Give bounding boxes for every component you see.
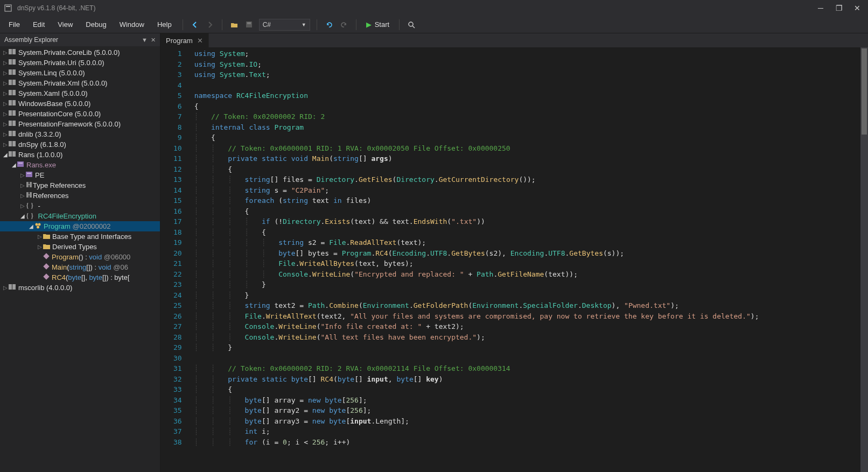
search-button[interactable]: [405, 18, 418, 31]
expand-arrow-icon[interactable]: ▷: [19, 182, 26, 188]
menu-debug[interactable]: Debug: [79, 17, 113, 32]
code-line[interactable]: ┊ internal class Program: [188, 122, 868, 133]
code-line[interactable]: using System.Text;: [188, 69, 868, 80]
code-line[interactable]: using System.IO;: [188, 59, 868, 70]
code-line[interactable]: ┊ ┊ ┊ byte[] array2 = new byte[256];: [188, 405, 868, 416]
tab-program[interactable]: Program ✕: [160, 33, 209, 47]
code-line[interactable]: using System;: [188, 48, 868, 59]
menu-file[interactable]: File: [2, 17, 26, 32]
open-button[interactable]: [228, 18, 241, 31]
code-editor[interactable]: 1234567891011121314151617181920212223242…: [160, 47, 868, 472]
code-line[interactable]: ┊ ┊ ┊ byte[] array = new byte[256];: [188, 395, 868, 406]
code-line[interactable]: ┊ // Token: 0x02000002 RID: 2: [188, 111, 868, 122]
expand-arrow-icon[interactable]: ▷: [2, 50, 9, 55]
expand-arrow-icon[interactable]: ▷: [19, 193, 26, 199]
nav-forward-button[interactable]: [204, 18, 216, 31]
menu-view[interactable]: View: [51, 17, 79, 32]
code-line[interactable]: ┊ ┊ ┊ for (i = 0; i < 256; i++): [188, 437, 868, 448]
code-line[interactable]: ┊ ┊ ┊ ┊ ┊ File.WriteAllBytes(text, bytes…: [188, 258, 868, 269]
code-line[interactable]: ┊ ┊ ┊ }: [188, 290, 868, 301]
tree-row[interactable]: Main(string[]) : void @06: [0, 262, 160, 272]
tree-row[interactable]: ◢{ }RC4FileEncryption: [0, 211, 160, 221]
code-line[interactable]: ┊ ┊ private static void Main(string[] ar…: [188, 153, 868, 164]
code-line[interactable]: ┊ ┊ // Token: 0x06000001 RID: 1 RVA: 0x0…: [188, 143, 868, 154]
expand-arrow-icon[interactable]: ▷: [37, 244, 43, 250]
code-line[interactable]: [188, 353, 868, 364]
code-line[interactable]: ┊ ┊ {: [188, 384, 868, 395]
tree-row[interactable]: ▷PE: [0, 170, 160, 180]
tree-row[interactable]: ▷{ }-: [0, 201, 160, 211]
expand-arrow-icon[interactable]: ▷: [19, 203, 26, 209]
code-line[interactable]: namespace RC4FileEncryption: [188, 90, 868, 101]
scroll-thumb[interactable]: [862, 48, 867, 135]
code-line[interactable]: ┊ ┊ ┊ foreach (string text in files): [188, 195, 868, 206]
menu-help[interactable]: Help: [151, 17, 178, 32]
expand-arrow-icon[interactable]: ◢: [19, 213, 26, 219]
code-line[interactable]: ┊ ┊ ┊ string text2 = Path.Combine(Enviro…: [188, 300, 868, 311]
close-button[interactable]: ✕: [853, 4, 862, 12]
tree-row[interactable]: Program() : void @06000: [0, 252, 160, 262]
vertical-scrollbar[interactable]: [860, 47, 868, 472]
panel-pin-icon[interactable]: ▼: [142, 37, 148, 44]
tree-row[interactable]: ◢Program @02000002: [0, 221, 160, 231]
tree-row[interactable]: ▷PresentationFramework (5.0.0.0): [0, 119, 160, 129]
code-line[interactable]: ┊ ┊ ┊ int i;: [188, 426, 868, 437]
expand-arrow-icon[interactable]: ▷: [2, 111, 9, 117]
tree-row[interactable]: ▷Type References: [0, 180, 160, 191]
code-line[interactable]: ┊ ┊ }: [188, 342, 868, 353]
undo-button[interactable]: [323, 18, 335, 31]
expand-arrow-icon[interactable]: ▷: [19, 172, 26, 178]
expand-arrow-icon[interactable]: ◢: [28, 223, 34, 229]
panel-close-icon[interactable]: ✕: [151, 37, 156, 44]
code-line[interactable]: ┊ ┊ ┊ ┊ ┊ byte[] bytes = Program.RC4(Enc…: [188, 248, 868, 259]
tree-row[interactable]: ▷System.Linq (5.0.0.0): [0, 68, 160, 78]
tree-row[interactable]: ▷System.Xaml (5.0.0.0): [0, 88, 160, 98]
code-line[interactable]: ┊ ┊ {: [188, 164, 868, 175]
maximize-button[interactable]: ❐: [835, 4, 843, 12]
code-line[interactable]: ┊ ┊ ┊ File.WriteAllText(text2, "All your…: [188, 311, 868, 322]
redo-button[interactable]: [338, 18, 351, 31]
code-line[interactable]: ┊ ┊ ┊ string[] files = Directory.GetFile…: [188, 174, 868, 185]
tree-row[interactable]: ▷PresentationCore (5.0.0.0): [0, 109, 160, 119]
menu-window[interactable]: Window: [113, 17, 151, 32]
expand-arrow-icon[interactable]: ▷: [2, 60, 9, 66]
code-line[interactable]: ┊ ┊ private static byte[] RC4(byte[] inp…: [188, 374, 868, 385]
tree-row[interactable]: ▷WindowsBase (5.0.0.0): [0, 98, 160, 109]
code-line[interactable]: ┊ ┊ ┊ ┊ if (!Directory.Exists(text) && t…: [188, 216, 868, 227]
tree-row[interactable]: ▷dnlib (3.3.2.0): [0, 129, 160, 139]
code-line[interactable]: ┊ ┊ ┊ Console.WriteLine("All text files …: [188, 332, 868, 343]
code-line[interactable]: ┊ {: [188, 132, 868, 143]
minimize-button[interactable]: ─: [816, 4, 825, 12]
tree-row[interactable]: ▷References: [0, 191, 160, 201]
code-line[interactable]: ┊ ┊ ┊ Console.WriteLine("Info file creat…: [188, 321, 868, 332]
save-button[interactable]: [243, 18, 256, 31]
nav-back-button[interactable]: [188, 18, 201, 31]
tree-row[interactable]: ▷Base Type and Interfaces: [0, 231, 160, 242]
start-button[interactable]: ▶ Start: [361, 20, 395, 29]
assembly-tree[interactable]: ▷System.Private.CoreLib (5.0.0.0)▷System…: [0, 46, 160, 472]
tree-row[interactable]: ▷dnSpy (6.1.8.0): [0, 139, 160, 150]
code-line[interactable]: ┊ ┊ ┊ {: [188, 206, 868, 217]
code-content[interactable]: using System;using System.IO;using Syste…: [188, 47, 868, 472]
tab-close-icon[interactable]: ✕: [197, 37, 203, 45]
code-line[interactable]: ┊ ┊ ┊ string s = "C2Pain";: [188, 185, 868, 196]
expand-arrow-icon[interactable]: ▷: [2, 131, 9, 137]
code-line[interactable]: ┊ ┊ ┊ ┊ ┊ Console.WriteLine("Encrypted a…: [188, 269, 868, 280]
tree-row[interactable]: ◢Rans (1.0.0.0): [0, 150, 160, 160]
tree-row[interactable]: ◢Rans.exe: [0, 160, 160, 170]
expand-arrow-icon[interactable]: ▷: [2, 101, 9, 107]
expand-arrow-icon[interactable]: ◢: [2, 152, 9, 158]
tree-row[interactable]: ▷mscorlib (4.0.0.0): [0, 283, 160, 293]
expand-arrow-icon[interactable]: ◢: [11, 162, 17, 168]
tree-row[interactable]: RC4(byte[], byte[]) : byte[: [0, 272, 160, 283]
code-line[interactable]: [188, 80, 868, 91]
tree-row[interactable]: ▷System.Private.Uri (5.0.0.0): [0, 58, 160, 68]
expand-arrow-icon[interactable]: ▷: [37, 234, 43, 239]
expand-arrow-icon[interactable]: ▷: [2, 70, 9, 76]
language-combo[interactable]: C# ▼: [259, 19, 310, 31]
menu-edit[interactable]: Edit: [26, 17, 51, 32]
expand-arrow-icon[interactable]: ▷: [2, 285, 9, 291]
code-line[interactable]: ┊ ┊ ┊ byte[] array3 = new byte[input.Len…: [188, 416, 868, 427]
expand-arrow-icon[interactable]: ▷: [2, 142, 9, 147]
expand-arrow-icon[interactable]: ▷: [2, 90, 9, 96]
